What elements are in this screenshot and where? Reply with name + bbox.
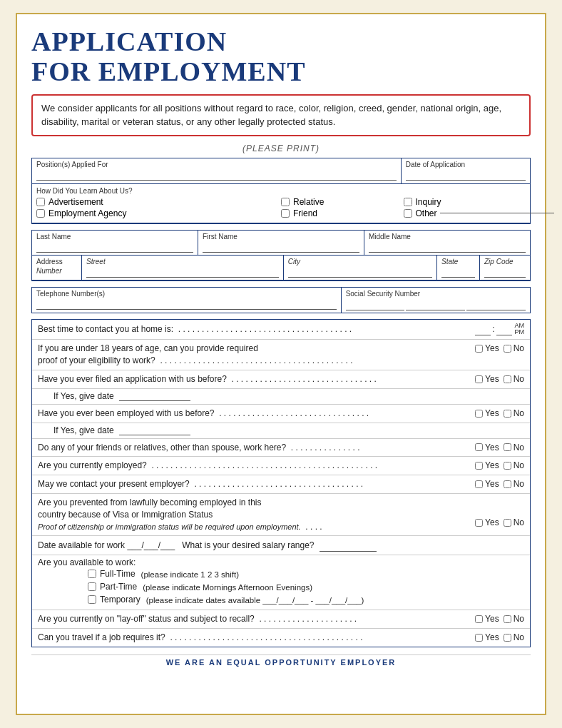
fulltime-row: Full-Time (please indicate 1 2 3 shift) (88, 569, 524, 580)
q11-yes-item: Yes (475, 613, 499, 625)
q11-no-label: No (514, 613, 524, 625)
q10-row: Are you available to work: Full-Time (pl… (32, 555, 530, 610)
q12-yes-checkbox[interactable] (475, 634, 483, 642)
street-input[interactable] (86, 267, 279, 278)
q4-text: Have you ever been employed with us befo… (38, 408, 369, 418)
ssn-label: Social Security Number (346, 290, 526, 298)
q6-no-checkbox[interactable] (504, 462, 511, 470)
q3-text-block: Have you ever filed an application with … (38, 373, 469, 385)
q8-no-checkbox[interactable] (504, 519, 511, 527)
q11-yes-checkbox[interactable] (475, 615, 483, 623)
inquiry-label: Inquiry (416, 197, 441, 207)
footer: WE ARE AN EQUAL OPPORTUNITY EMPLOYER (31, 654, 531, 667)
q3-yes-item: Yes (475, 373, 499, 385)
q8-yes-label: Yes (485, 517, 499, 529)
date-input[interactable] (406, 170, 526, 181)
q4-no-item: No (504, 408, 524, 420)
q6-yes-item: Yes (475, 460, 499, 472)
q11-text-block: Are you currently on "lay-off" status an… (38, 613, 469, 625)
q4-yes-checkbox[interactable] (475, 410, 483, 418)
city-input[interactable] (288, 267, 432, 278)
advertisement-label: Advertisement (48, 197, 103, 207)
q6-yn: Yes No (475, 460, 524, 472)
relative-checkbox[interactable] (281, 198, 290, 206)
q3-no-label: No (514, 373, 524, 385)
temporary-checkbox[interactable] (88, 595, 96, 604)
other-checkbox[interactable] (404, 209, 412, 218)
last-name-input[interactable] (36, 242, 193, 253)
address-label: Address (36, 258, 77, 266)
friend-checkbox[interactable] (281, 209, 290, 218)
q5-yes-item: Yes (475, 442, 499, 454)
q2-text-block: If you are under 18 years of age, can yo… (38, 343, 469, 367)
how-learn-label: How Did You Learn About Us? (36, 187, 526, 195)
employment-agency-label: Employment Agency (48, 208, 126, 218)
q7-row: May we contact your present employer? . … (32, 475, 530, 494)
please-print: (PLEASE PRINT) (31, 143, 531, 153)
q11-no-checkbox[interactable] (504, 615, 511, 623)
q9-row: Date available for work ___/___/___ What… (32, 536, 530, 555)
q4-ifyes-label: If Yes, give date (53, 425, 190, 435)
q3-yn: Yes No (475, 373, 524, 385)
q6-yes-checkbox[interactable] (475, 462, 483, 470)
q7-yes-checkbox[interactable] (475, 480, 483, 488)
q7-text-block: May we contact your present employer? . … (38, 478, 469, 490)
q2-no-item: No (504, 343, 524, 355)
telephone-label: Telephone Number(s) (36, 290, 337, 298)
middle-name-label: Middle Name (369, 233, 526, 241)
q4-yes-label: Yes (485, 408, 499, 420)
q5-no-checkbox[interactable] (504, 443, 511, 451)
q5-yes-checkbox[interactable] (475, 443, 483, 451)
q12-no-label: No (514, 632, 524, 644)
q2-row: If you are under 18 years of age, can yo… (32, 340, 530, 370)
q2-yes-item: Yes (475, 343, 499, 355)
q12-no-checkbox[interactable] (504, 634, 511, 642)
q11-no-item: No (504, 613, 524, 625)
q3-yes-checkbox[interactable] (475, 375, 483, 383)
q4-yn: Yes No (475, 408, 524, 420)
position-input[interactable] (36, 170, 397, 181)
q6-text-block: Are you currently employed? . . . . . . … (38, 460, 469, 472)
q6-yes-label: Yes (485, 460, 499, 472)
employment-agency-checkbox[interactable] (36, 209, 45, 218)
zip-input[interactable] (484, 267, 526, 278)
q12-yn: Yes No (475, 632, 524, 644)
state-input[interactable] (441, 267, 475, 278)
q7-yn: Yes No (475, 478, 524, 490)
q7-no-checkbox[interactable] (504, 480, 511, 488)
temporary-row: Temporary (please indicate dates availab… (88, 595, 524, 606)
advertisement-checkbox[interactable] (36, 198, 45, 206)
parttime-note: (please indicate Mornings Afternoon Even… (143, 583, 312, 592)
q6-row: Are you currently employed? . . . . . . … (32, 457, 530, 475)
q3-yes-label: Yes (485, 373, 499, 385)
other-checkbox-item: Other (404, 208, 554, 218)
inquiry-checkbox-item: Inquiry (404, 197, 441, 207)
q3-ifyes-label: If Yes, give date (53, 391, 190, 401)
q6-text: Are you currently employed? . . . . . . … (38, 460, 377, 470)
temporary-label: Temporary (100, 595, 140, 605)
friend-label: Friend (293, 208, 317, 218)
first-name-input[interactable] (203, 242, 359, 253)
parttime-checkbox[interactable] (88, 582, 96, 591)
q2-no-checkbox[interactable] (504, 345, 511, 353)
fulltime-checkbox-item: Full-Time (88, 569, 136, 579)
q9-text: Date available for work ___/___/___ What… (38, 539, 377, 552)
ssn-inner (346, 300, 526, 310)
q2-yes-checkbox[interactable] (475, 345, 483, 353)
fulltime-checkbox[interactable] (88, 570, 96, 578)
middle-name-input[interactable] (369, 242, 526, 253)
q3-no-checkbox[interactable] (504, 375, 511, 383)
address-row: Address Number Street City State Zip Cod… (32, 256, 530, 280)
q4-no-checkbox[interactable] (504, 410, 511, 418)
telephone-input[interactable] (36, 299, 337, 310)
q8-yes-checkbox[interactable] (475, 519, 483, 527)
street-cell: Street (82, 256, 284, 280)
q5-text: Do any of your friends or relatives, oth… (38, 443, 360, 453)
q8-no-label: No (514, 517, 524, 529)
disclaimer-text: We consider applicants for all positions… (41, 103, 501, 128)
q11-yes-label: Yes (485, 613, 499, 625)
ssn-cell: Social Security Number (342, 288, 530, 313)
friend-checkbox-item: Friend (281, 208, 317, 218)
ssn-part3 (466, 300, 526, 310)
inquiry-checkbox[interactable] (404, 198, 412, 206)
